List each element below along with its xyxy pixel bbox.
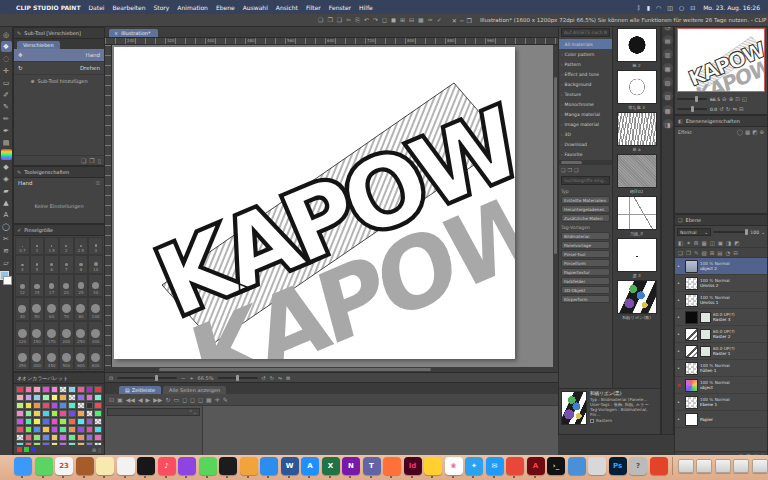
material-action-icon-5[interactable]: ▨ [663,91,673,101]
brush-size-0.7[interactable]: 0.7 [15,237,30,255]
layer-thumbnail[interactable] [685,277,698,290]
command-icon-7[interactable]: ◻ [382,16,387,24]
tab-close-icon[interactable]: × [114,30,118,36]
material-tag-3d-objekt[interactable]: 3D-Objekt [561,286,610,294]
palette-swatch-24[interactable] [51,402,59,409]
dock-app-teams[interactable]: T [363,457,381,475]
layer-row-ebene-1[interactable]: •100 % NormalEbene 1 [675,394,767,411]
brush-size-600[interactable]: 600 [74,346,89,370]
dock-app-keynote[interactable] [260,457,278,475]
layer-mask-thumbnail[interactable] [700,346,711,357]
command-icon-2[interactable]: ❑ [337,16,342,24]
material-thumb-0[interactable]: 椿 2 [616,28,657,68]
reset-view-icon[interactable]: ⊠ [286,375,290,381]
blend-mode-dropdown[interactable]: Normal ⌄ [677,228,711,236]
swatch-blue[interactable] [31,447,36,452]
layer-tool2-6[interactable]: ◔ [726,250,731,256]
palette-swatch-38[interactable] [86,410,94,417]
brush-size-header[interactable]: ✐ Pinselgröße [14,225,104,236]
command-icon-0[interactable]: ❏ [318,16,323,24]
nav-reset-icon[interactable]: ⊟ [739,106,744,112]
material-tree-pattern[interactable]: ›Pattern [559,59,612,69]
layer-thumbnail[interactable] [685,260,698,273]
decoration-tool[interactable]: ▨ [1,149,12,160]
command-icon-9[interactable]: ⊞ [400,16,405,24]
brush-size-450[interactable]: 450 [44,346,59,370]
palette-swatch-31[interactable] [25,410,33,417]
brush-size-3[interactable]: 3 [88,237,103,255]
material-tree-background[interactable]: ›Background [559,79,612,89]
palette-swatch-61[interactable] [25,434,33,441]
text-tool[interactable]: A [1,209,12,220]
dock-app-photos[interactable]: ❀ [445,457,463,475]
rotate-slider[interactable] [218,377,258,379]
timeline-tool-5[interactable]: ▶▶ [153,396,162,403]
layer-thumbnail[interactable] [685,362,698,375]
palette-swatch-63[interactable] [42,434,50,441]
palette-swatch-54[interactable] [51,426,59,433]
dock-app-terminal[interactable]: ›_ [547,457,565,475]
navigator-thumbnail[interactable] [677,28,765,92]
brush-size-200[interactable]: 200 [59,321,74,345]
opacity-slider[interactable] [713,231,748,233]
layer-tool2-0[interactable]: ❏ [678,250,683,256]
layer-tool1-6[interactable]: ◨ [726,240,731,246]
palette-swatch-27[interactable] [77,402,85,409]
palette-swatch-45[interactable] [59,418,67,425]
airbrush-tool[interactable]: ▤ [1,137,12,148]
material-tree-color-pattern[interactable]: ›Color pattern [559,49,612,59]
material-thumb-5[interactable]: 源 3 [616,238,657,278]
brush-size-8[interactable]: 8 [74,255,89,275]
dock-app-finder[interactable] [14,457,32,475]
material-tag-farbfelder[interactable]: Farbfelder [561,277,610,285]
layer-tool2-3[interactable]: ▨ [701,250,706,256]
material-tree-monochrome[interactable]: ›Monochrome [559,99,612,109]
layer-thumbnail[interactable] [685,345,698,358]
dock-app-word[interactable]: W [281,457,299,475]
palette-swatch-43[interactable] [42,418,50,425]
rotate-cw-icon[interactable]: ↻ [270,375,274,381]
navigate-icon[interactable]: ⊡ [109,375,113,381]
dock-minimized-window[interactable] [752,459,768,473]
timeline-tool-7[interactable]: ▭ [173,396,179,403]
layer-thumbnail[interactable] [685,294,698,307]
dock-app-facetime[interactable] [199,457,217,475]
layer-thumbnail[interactable] [685,311,698,324]
color-palette-header[interactable]: ネオンカラーパレット [14,373,104,384]
menubar-item-filter[interactable]: Filter [306,4,321,11]
brush-size-2[interactable]: 2 [59,237,74,255]
layer-visible-icon[interactable]: • [677,399,683,405]
material-type-heruntergeladenes[interactable]: Heruntergeladenes [561,205,610,213]
material-action-icon-6[interactable]: ▩ [663,105,673,115]
palette-swatch-30[interactable] [16,410,24,417]
brush-size-15[interactable]: 15 [30,274,45,297]
layer-hidden-icon[interactable]: ✕ [677,382,683,388]
layer-tool2-2[interactable]: ✎ [694,250,699,256]
layers-panel-header[interactable]: ❏ Ebene [675,215,767,226]
brush-size-20[interactable]: 20 [59,274,74,297]
palette-swatch-46[interactable] [68,418,76,425]
brush-size-30[interactable]: 30 [88,274,103,297]
material-thumb-1[interactable]: 落ち葉 3 [616,70,657,110]
palette-swatch-12[interactable] [33,394,41,401]
palette-swatch-16[interactable] [68,394,76,401]
timeline-dropdown[interactable]: ⌃⌄ [107,408,200,416]
timeline-tool-6[interactable]: ↻ [165,396,170,403]
layer-row-umriss-2[interactable]: •100 % NormalUmriss 2 [675,275,767,292]
layer-thumbnail[interactable] [685,396,698,409]
trash-icon[interactable]: ▯ [98,157,101,164]
dock-app-app-store[interactable]: A [301,457,319,475]
menubar-item-fenster[interactable]: Fenster [329,4,351,11]
menubar-item-ebene[interactable]: Ebene [216,4,235,11]
palette-swatch-64[interactable] [51,434,59,441]
window-minimize-button[interactable]: ─ [460,17,464,24]
palette-swatch-11[interactable] [25,394,33,401]
brush-size-10[interactable]: 10 [88,255,103,275]
zoom-tool[interactable]: ◎ [1,29,12,40]
dock-app-indesign[interactable]: Id [404,457,422,475]
frame-tool[interactable]: ✂ [1,233,12,244]
timeline-tool-4[interactable]: ▶ [146,396,151,403]
nav-zoom-out-icon[interactable]: ⊖ [722,96,727,102]
new-swatch-icon[interactable]: ⊞ [92,447,96,453]
nav-100-icon[interactable]: ◱ [742,96,747,102]
